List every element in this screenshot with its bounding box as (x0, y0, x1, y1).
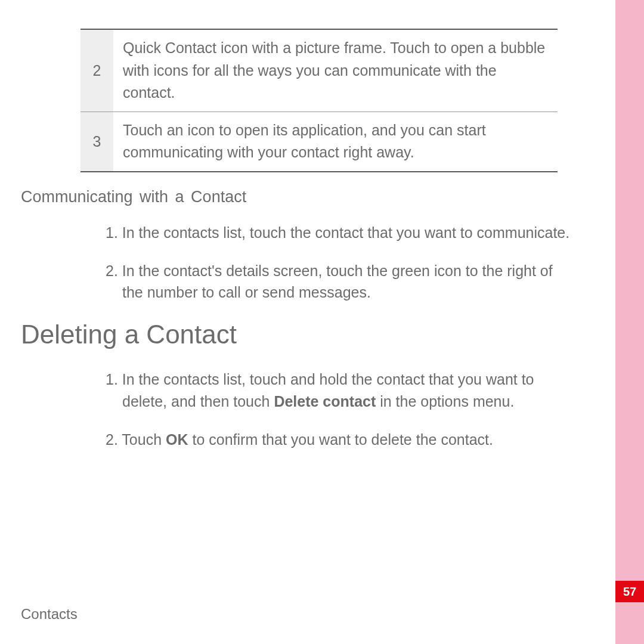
row-text: Quick Contact icon with a picture frame.… (113, 30, 558, 112)
list-item: Touch OK to confirm that you want to del… (122, 429, 575, 450)
row-number: 2 (80, 30, 113, 112)
page-number-badge: 57 (615, 581, 644, 602)
row-text: Touch an icon to open its application, a… (113, 112, 558, 171)
footer-section-label: Contacts (21, 606, 78, 623)
delete-steps: In the contacts list, touch and hold the… (122, 369, 593, 450)
list-item: In the contacts list, touch the contact … (122, 222, 575, 243)
reference-table: 2 Quick Contact icon with a picture fram… (80, 29, 558, 172)
list-item: In the contact's details screen, touch t… (122, 260, 575, 304)
heading-deleting-contact: Deleting a Contact (21, 320, 593, 349)
side-stripe (615, 0, 644, 644)
subheading-communicating: Communicating with a Contact (21, 188, 593, 206)
row-number: 3 (80, 112, 113, 171)
table-row: 3 Touch an icon to open its application,… (80, 112, 558, 171)
list-item: In the contacts list, touch and hold the… (122, 369, 575, 412)
page-content: 2 Quick Contact icon with a picture fram… (57, 29, 593, 467)
communicate-steps: In the contacts list, touch the contact … (122, 222, 593, 304)
table-row: 2 Quick Contact icon with a picture fram… (80, 30, 558, 112)
